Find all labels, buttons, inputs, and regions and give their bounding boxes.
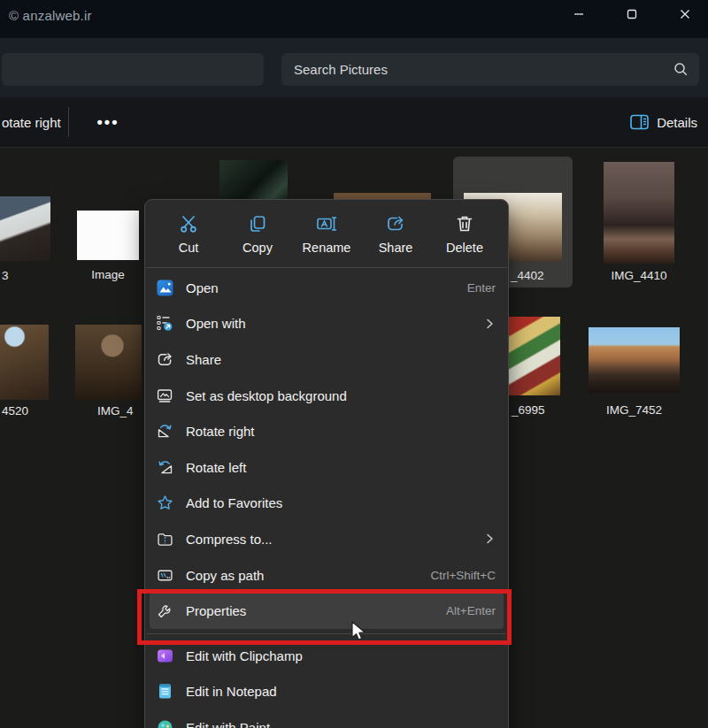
open-with-icon — [156, 314, 174, 333]
share-button[interactable]: Share — [365, 213, 427, 255]
delete-label: Delete — [446, 241, 483, 255]
share-item-icon — [156, 350, 174, 369]
minimize-icon — [573, 8, 585, 20]
shortcut-hint: Ctrl+Shift+C — [430, 569, 496, 582]
shortcut-hint: Enter — [467, 281, 496, 295]
menu-item-open[interactable]: Open Enter — [145, 270, 508, 306]
details-label: Details — [657, 115, 697, 130]
cut-button[interactable]: Cut — [158, 213, 219, 255]
photo-thumbnail[interactable] — [589, 327, 680, 393]
compress-folder-icon — [156, 530, 174, 548]
menu-item-rotate-left[interactable]: Rotate left — [145, 449, 508, 486]
notepad-icon — [156, 682, 174, 701]
rotate-right-icon — [156, 422, 174, 441]
menu-separator — [146, 267, 507, 268]
maximize-icon — [626, 8, 638, 20]
copy-button[interactable]: Copy — [227, 213, 289, 255]
copy-path-icon — [156, 566, 174, 585]
file-label: 4520 — [2, 404, 28, 418]
cut-label: Cut — [179, 241, 199, 255]
share-icon — [385, 213, 406, 234]
menu-item-edit-in-notepad[interactable]: Edit in Notepad — [145, 674, 508, 710]
file-label: IMG_7452 — [589, 403, 680, 417]
menu-item-open-with[interactable]: Open with — [145, 306, 508, 342]
file-label: IMG_4410 — [595, 269, 683, 282]
navigation-bar: Search Pictures — [0, 38, 708, 97]
submenu-chevron-icon — [483, 533, 496, 545]
watermark-text: © anzalweb.ir — [9, 8, 92, 23]
menu-item-set-desktop-background[interactable]: Set as desktop background — [145, 378, 508, 414]
photo-thumbnail[interactable] — [75, 325, 142, 400]
copy-icon — [247, 213, 268, 234]
delete-button[interactable]: Delete — [434, 213, 496, 255]
desktop-background-icon — [156, 387, 174, 405]
quick-actions-row: Cut Copy Rename — [145, 200, 508, 267]
menu-item-share[interactable]: Share — [145, 341, 508, 378]
toolbar-divider — [68, 107, 69, 137]
search-input[interactable]: Search Pictures — [281, 53, 699, 86]
copy-label: Copy — [242, 241, 273, 255]
rotate-left-icon — [156, 458, 174, 477]
more-options-button[interactable]: ••• — [87, 97, 129, 147]
photo-thumbnail[interactable] — [0, 196, 50, 261]
menu-item-rotate-right[interactable]: Rotate right — [145, 413, 508, 449]
clipchamp-icon — [156, 647, 174, 665]
menu-item-copy-as-path[interactable]: Copy as path Ctrl+Shift+C — [145, 557, 508, 594]
context-menu: Cut Copy Rename — [144, 199, 509, 728]
photo-thumbnail[interactable] — [507, 317, 560, 395]
rotate-right-toolbar-button[interactable]: otate right — [0, 97, 61, 147]
close-button[interactable] — [667, 0, 703, 28]
photos-app-icon — [156, 279, 174, 297]
share-label: Share — [379, 241, 413, 255]
details-pane-icon — [630, 114, 649, 130]
photo-thumbnail[interactable] — [604, 162, 674, 264]
close-icon — [679, 8, 691, 20]
file-explorer-window: © anzalweb.ir Search Pictures otate righ… — [0, 0, 708, 728]
rename-button[interactable]: Rename — [296, 213, 358, 255]
menu-item-add-to-favorites[interactable]: Add to Favorites — [145, 486, 508, 522]
photo-thumbnail[interactable] — [77, 211, 139, 260]
rename-icon — [315, 213, 338, 234]
cut-icon — [178, 213, 199, 234]
paint-icon — [156, 718, 174, 728]
command-bar: otate right ••• Details — [0, 97, 708, 148]
rename-label: Rename — [303, 241, 351, 255]
photo-thumbnail[interactable] — [0, 325, 49, 400]
minimize-button[interactable] — [561, 0, 596, 28]
file-label: _6995 — [512, 403, 545, 417]
title-bar: © anzalweb.ir — [0, 0, 708, 38]
file-label: _4402 — [511, 269, 544, 282]
file-label: IMG_4 — [97, 404, 134, 418]
delete-icon — [454, 213, 475, 234]
file-label: 3 — [2, 269, 9, 282]
search-icon — [673, 62, 689, 77]
address-bar[interactable] — [2, 53, 264, 86]
favorites-star-icon — [156, 494, 174, 512]
mouse-cursor — [350, 621, 368, 644]
photo-thumbnail[interactable] — [219, 160, 288, 204]
menu-item-edit-with-paint[interactable]: Edit with Paint — [145, 709, 508, 728]
menu-item-compress-to[interactable]: Compress to... — [145, 521, 508, 557]
search-placeholder: Search Pictures — [294, 62, 673, 77]
submenu-chevron-icon — [483, 318, 496, 330]
details-view-button[interactable]: Details — [630, 97, 697, 147]
file-label: Image — [77, 268, 139, 281]
annotation-highlight-box — [137, 589, 512, 645]
maximize-button[interactable] — [614, 0, 650, 28]
